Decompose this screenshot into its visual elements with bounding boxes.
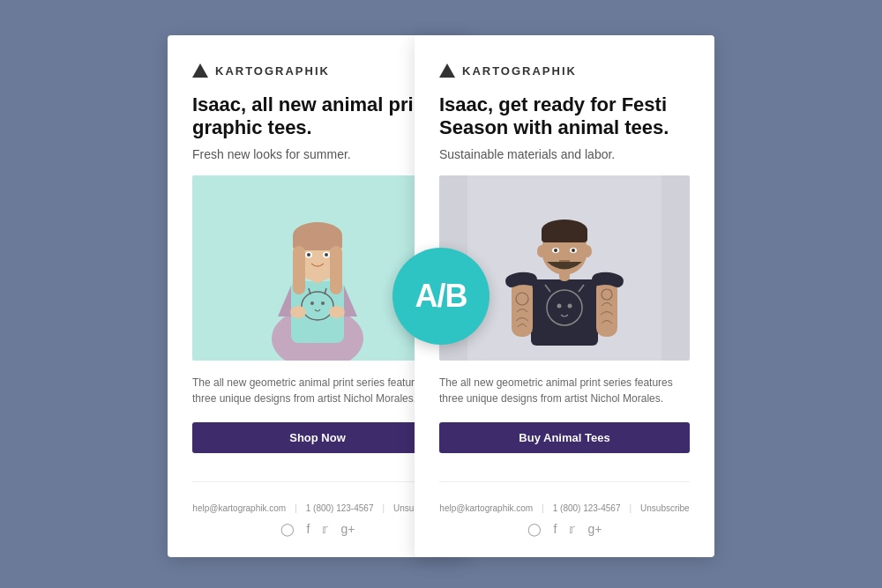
svg-point-35 bbox=[554, 249, 557, 252]
social-icons-a: ◯ f 𝕣 g+ bbox=[192, 522, 443, 536]
logo-text-b: KARTOGRAPHIK bbox=[462, 64, 577, 78]
logo-text-a: KARTOGRAPHIK bbox=[215, 64, 330, 78]
svg-point-24 bbox=[568, 303, 572, 308]
logo-row-b: KARTOGRAPHIK bbox=[439, 63, 690, 78]
svg-point-17 bbox=[325, 253, 328, 257]
footer-a: help@kartographik.com | 1 (800) 123-4567… bbox=[192, 481, 443, 536]
headline-a: Isaac, all new animal print graphic tees… bbox=[192, 93, 443, 140]
svg-point-38 bbox=[537, 245, 546, 257]
ab-badge: A/B bbox=[392, 248, 490, 345]
main-container: KARTOGRAPHIK Isaac, all new animal print… bbox=[115, 0, 767, 588]
footer-phone-b: 1 (800) 123-4567 bbox=[553, 503, 621, 513]
instagram-icon-a[interactable]: ◯ bbox=[280, 522, 295, 536]
subheadline-a: Fresh new looks for summer. bbox=[192, 147, 443, 161]
logo-triangle-icon-b bbox=[439, 63, 455, 78]
logo-row-a: KARTOGRAPHIK bbox=[192, 63, 443, 78]
svg-point-23 bbox=[557, 303, 562, 308]
svg-point-7 bbox=[321, 301, 325, 305]
description-b: The all new geometric animal print serie… bbox=[439, 375, 690, 406]
footer-email-a: help@kartographik.com bbox=[192, 503, 286, 513]
footer-email-b: help@kartographik.com bbox=[439, 503, 533, 513]
svg-point-19 bbox=[329, 306, 345, 318]
svg-rect-13 bbox=[330, 246, 342, 294]
footer-b: help@kartographik.com | 1 (800) 123-4567… bbox=[439, 481, 690, 536]
googleplus-icon-b[interactable]: g+ bbox=[587, 522, 602, 536]
footer-phone-a: 1 (800) 123-4567 bbox=[306, 503, 374, 513]
svg-rect-32 bbox=[542, 228, 587, 242]
svg-point-18 bbox=[290, 306, 306, 318]
headline-b: Isaac, get ready for Festi Season with a… bbox=[439, 93, 690, 140]
svg-rect-25 bbox=[512, 279, 533, 337]
svg-point-16 bbox=[307, 253, 310, 257]
footer-links-a: help@kartographik.com | 1 (800) 123-4567… bbox=[192, 503, 443, 513]
shop-now-button[interactable]: Shop Now bbox=[192, 422, 443, 453]
buy-animal-tees-button[interactable]: Buy Animal Tees bbox=[439, 422, 690, 453]
svg-point-39 bbox=[583, 245, 592, 257]
footer-links-b: help@kartographik.com | 1 (800) 123-4567… bbox=[439, 503, 690, 513]
facebook-icon-b[interactable]: f bbox=[554, 522, 557, 536]
twitter-icon-a[interactable]: 𝕣 bbox=[322, 522, 328, 536]
footer-unsubscribe-b[interactable]: Unsubscribe bbox=[640, 503, 690, 513]
facebook-icon-a[interactable]: f bbox=[307, 522, 310, 536]
social-icons-b: ◯ f 𝕣 g+ bbox=[439, 522, 690, 536]
subheadline-b: Sustainable materials and labor. bbox=[439, 147, 690, 161]
googleplus-icon-a[interactable]: g+ bbox=[340, 522, 355, 536]
logo-triangle-icon-a bbox=[192, 63, 208, 78]
svg-rect-27 bbox=[596, 279, 617, 337]
svg-point-36 bbox=[572, 249, 575, 252]
twitter-icon-b[interactable]: 𝕣 bbox=[569, 522, 575, 536]
ab-badge-label: A/B bbox=[415, 278, 467, 315]
instagram-icon-b[interactable]: ◯ bbox=[527, 522, 542, 536]
svg-point-6 bbox=[310, 301, 314, 305]
description-a: The all new geometric animal print serie… bbox=[192, 375, 443, 406]
svg-rect-12 bbox=[293, 246, 305, 294]
